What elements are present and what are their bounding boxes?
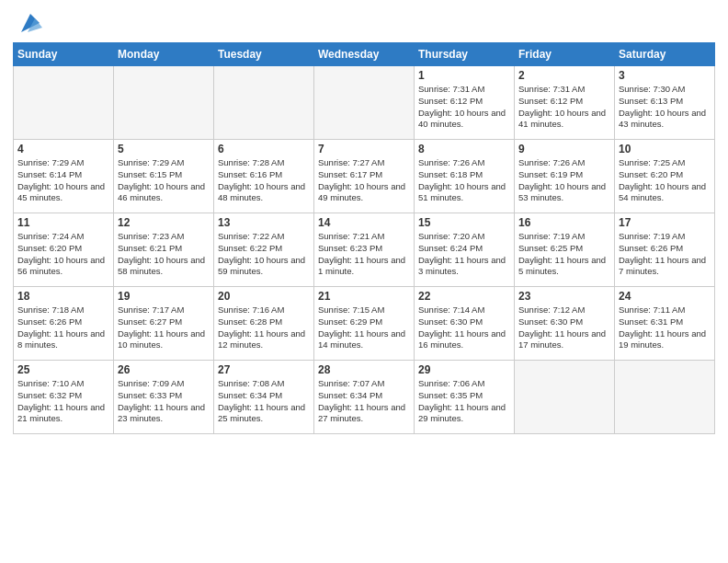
day-number: 1 (418, 69, 510, 82)
day-number: 13 (218, 216, 310, 229)
day-number: 8 (418, 143, 510, 155)
calendar-cell (214, 66, 314, 140)
calendar-cell: 5Sunrise: 7:29 AMSunset: 6:15 PMDaylight… (114, 140, 214, 213)
day-info: Sunrise: 7:08 AMSunset: 6:34 PMDaylight:… (218, 378, 310, 425)
calendar-cell: 13Sunrise: 7:22 AMSunset: 6:22 PMDayligh… (214, 213, 314, 287)
calendar-cell: 11Sunrise: 7:24 AMSunset: 6:20 PMDayligh… (14, 213, 114, 287)
day-number: 23 (518, 290, 610, 303)
day-number: 21 (318, 290, 410, 303)
day-number: 11 (17, 216, 109, 229)
col-header-friday: Friday (515, 43, 615, 66)
calendar-cell: 1Sunrise: 7:31 AMSunset: 6:12 PMDaylight… (415, 66, 515, 140)
calendar-cell: 4Sunrise: 7:29 AMSunset: 6:14 PMDaylight… (14, 140, 114, 213)
calendar-cell: 26Sunrise: 7:09 AMSunset: 6:33 PMDayligh… (114, 361, 214, 434)
calendar-week-row: 1Sunrise: 7:31 AMSunset: 6:12 PMDaylight… (14, 66, 715, 140)
calendar-week-row: 18Sunrise: 7:18 AMSunset: 6:26 PMDayligh… (14, 287, 715, 361)
day-info: Sunrise: 7:31 AMSunset: 6:12 PMDaylight:… (418, 84, 510, 131)
day-number: 15 (418, 216, 510, 229)
day-number: 22 (418, 290, 510, 303)
day-number: 5 (118, 143, 210, 155)
calendar-cell: 22Sunrise: 7:14 AMSunset: 6:30 PMDayligh… (415, 287, 515, 361)
day-info: Sunrise: 7:15 AMSunset: 6:29 PMDaylight:… (318, 304, 410, 351)
day-number: 3 (619, 69, 711, 82)
calendar-cell: 19Sunrise: 7:17 AMSunset: 6:27 PMDayligh… (114, 287, 214, 361)
day-info: Sunrise: 7:10 AMSunset: 6:32 PMDaylight:… (17, 378, 109, 425)
day-info: Sunrise: 7:21 AMSunset: 6:23 PMDaylight:… (318, 231, 410, 278)
day-number: 16 (518, 216, 610, 229)
day-info: Sunrise: 7:14 AMSunset: 6:30 PMDaylight:… (418, 304, 510, 351)
calendar-cell: 21Sunrise: 7:15 AMSunset: 6:29 PMDayligh… (314, 287, 415, 361)
day-info: Sunrise: 7:28 AMSunset: 6:16 PMDaylight:… (218, 157, 310, 204)
day-number: 12 (118, 216, 210, 229)
day-info: Sunrise: 7:27 AMSunset: 6:17 PMDaylight:… (318, 157, 410, 204)
day-number: 10 (619, 143, 711, 155)
day-info: Sunrise: 7:11 AMSunset: 6:31 PMDaylight:… (619, 304, 711, 351)
calendar-cell: 14Sunrise: 7:21 AMSunset: 6:23 PMDayligh… (314, 213, 415, 287)
calendar-cell: 18Sunrise: 7:18 AMSunset: 6:26 PMDayligh… (14, 287, 114, 361)
col-header-sunday: Sunday (14, 43, 114, 66)
calendar-cell: 24Sunrise: 7:11 AMSunset: 6:31 PMDayligh… (615, 287, 715, 361)
day-number: 14 (318, 216, 410, 229)
logo-icon (17, 9, 44, 37)
calendar-cell: 15Sunrise: 7:20 AMSunset: 6:24 PMDayligh… (415, 213, 515, 287)
calendar-cell: 25Sunrise: 7:10 AMSunset: 6:32 PMDayligh… (14, 361, 114, 434)
day-info: Sunrise: 7:25 AMSunset: 6:20 PMDaylight:… (619, 157, 711, 204)
calendar-cell (114, 66, 214, 140)
col-header-saturday: Saturday (615, 43, 715, 66)
calendar-cell: 20Sunrise: 7:16 AMSunset: 6:28 PMDayligh… (214, 287, 314, 361)
calendar-cell: 3Sunrise: 7:30 AMSunset: 6:13 PMDaylight… (615, 66, 715, 140)
calendar-cell: 6Sunrise: 7:28 AMSunset: 6:16 PMDaylight… (214, 140, 314, 213)
day-number: 18 (17, 290, 109, 303)
day-info: Sunrise: 7:16 AMSunset: 6:28 PMDaylight:… (218, 304, 310, 351)
day-number: 25 (17, 363, 109, 376)
calendar-cell (314, 66, 415, 140)
day-info: Sunrise: 7:22 AMSunset: 6:22 PMDaylight:… (218, 231, 310, 278)
day-info: Sunrise: 7:20 AMSunset: 6:24 PMDaylight:… (418, 231, 510, 278)
calendar-table: SundayMondayTuesdayWednesdayThursdayFrid… (13, 42, 715, 434)
day-info: Sunrise: 7:19 AMSunset: 6:25 PMDaylight:… (518, 231, 610, 278)
day-number: 7 (318, 143, 410, 155)
page-header (13, 9, 715, 37)
page-container: SundayMondayTuesdayWednesdayThursdayFrid… (0, 0, 728, 443)
calendar-header-row: SundayMondayTuesdayWednesdayThursdayFrid… (14, 43, 715, 66)
calendar-cell: 8Sunrise: 7:26 AMSunset: 6:18 PMDaylight… (415, 140, 515, 213)
calendar-cell: 28Sunrise: 7:07 AMSunset: 6:34 PMDayligh… (314, 361, 415, 434)
day-number: 27 (218, 363, 310, 376)
calendar-cell: 7Sunrise: 7:27 AMSunset: 6:17 PMDaylight… (314, 140, 415, 213)
calendar-cell: 29Sunrise: 7:06 AMSunset: 6:35 PMDayligh… (415, 361, 515, 434)
day-number: 29 (418, 363, 510, 376)
day-info: Sunrise: 7:29 AMSunset: 6:14 PMDaylight:… (17, 157, 109, 204)
calendar-cell: 12Sunrise: 7:23 AMSunset: 6:21 PMDayligh… (114, 213, 214, 287)
calendar-cell: 10Sunrise: 7:25 AMSunset: 6:20 PMDayligh… (615, 140, 715, 213)
day-info: Sunrise: 7:24 AMSunset: 6:20 PMDaylight:… (17, 231, 109, 278)
day-info: Sunrise: 7:12 AMSunset: 6:30 PMDaylight:… (518, 304, 610, 351)
day-number: 9 (518, 143, 610, 155)
col-header-tuesday: Tuesday (214, 43, 314, 66)
calendar-week-row: 4Sunrise: 7:29 AMSunset: 6:14 PMDaylight… (14, 140, 715, 213)
day-info: Sunrise: 7:17 AMSunset: 6:27 PMDaylight:… (118, 304, 210, 351)
day-info: Sunrise: 7:26 AMSunset: 6:19 PMDaylight:… (518, 157, 610, 204)
day-info: Sunrise: 7:09 AMSunset: 6:33 PMDaylight:… (118, 378, 210, 425)
calendar-cell: 17Sunrise: 7:19 AMSunset: 6:26 PMDayligh… (615, 213, 715, 287)
calendar-cell: 16Sunrise: 7:19 AMSunset: 6:25 PMDayligh… (515, 213, 615, 287)
day-info: Sunrise: 7:31 AMSunset: 6:12 PMDaylight:… (518, 84, 610, 131)
day-number: 26 (118, 363, 210, 376)
day-number: 17 (619, 216, 711, 229)
calendar-cell: 23Sunrise: 7:12 AMSunset: 6:30 PMDayligh… (515, 287, 615, 361)
day-number: 19 (118, 290, 210, 303)
day-number: 4 (17, 143, 109, 155)
calendar-week-row: 11Sunrise: 7:24 AMSunset: 6:20 PMDayligh… (14, 213, 715, 287)
day-number: 6 (218, 143, 310, 155)
day-info: Sunrise: 7:19 AMSunset: 6:26 PMDaylight:… (619, 231, 711, 278)
day-number: 20 (218, 290, 310, 303)
day-info: Sunrise: 7:06 AMSunset: 6:35 PMDaylight:… (418, 378, 510, 425)
day-number: 28 (318, 363, 410, 376)
col-header-monday: Monday (114, 43, 214, 66)
day-number: 24 (619, 290, 711, 303)
calendar-cell: 9Sunrise: 7:26 AMSunset: 6:19 PMDaylight… (515, 140, 615, 213)
day-info: Sunrise: 7:30 AMSunset: 6:13 PMDaylight:… (619, 84, 711, 131)
day-info: Sunrise: 7:23 AMSunset: 6:21 PMDaylight:… (118, 231, 210, 278)
calendar-cell: 27Sunrise: 7:08 AMSunset: 6:34 PMDayligh… (214, 361, 314, 434)
calendar-cell: 2Sunrise: 7:31 AMSunset: 6:12 PMDaylight… (515, 66, 615, 140)
logo (13, 9, 44, 37)
